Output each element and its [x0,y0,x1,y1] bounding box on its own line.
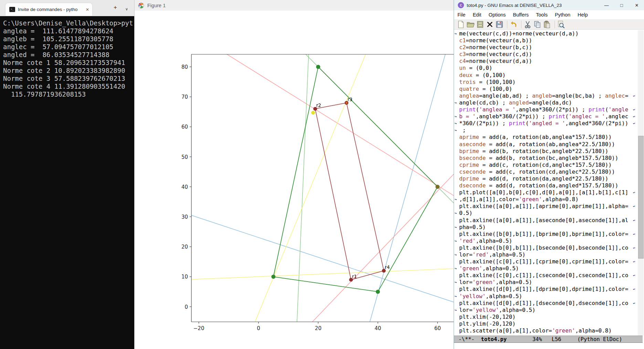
svg-text:0: 0 [257,325,260,331]
emacs-toolbar [454,19,644,30]
wrap-indicator-icon: ↩ [633,204,635,209]
desktop: >_ Invite de commandes - pytho ✕ + ∨ C:\… [0,0,644,349]
cmd-icon: >_ [9,7,15,12]
menu-help[interactable]: Help [578,12,588,18]
code-line: bprime = add(b, rotation(bc,angleb*22.5/… [454,148,636,155]
cut-icon[interactable] [524,20,532,29]
terminal-tab[interactable]: >_ Invite de commandes - pytho ✕ [6,3,92,16]
emacs-scrollbar[interactable] [638,30,644,336]
code-line: plt.plot([a[0],b[0],c[0],d[0],a[0]],[a[1… [454,189,636,196]
svg-text:20: 20 [181,244,188,250]
emacs-titlebar[interactable]: ε toto4.py - GNU Emacs at DENISE_VELLA_2… [454,0,644,10]
kill-buffer-icon[interactable] [486,20,494,29]
paste-icon[interactable] [543,20,551,29]
code-line: plt.axline([c[0],c[1]],[cseconde[0],csec… [454,272,636,279]
code-line: plt.scatter(a[0],a[1],color='green',alph… [454,327,636,334]
code-line: plt.ylim(-20,120) [454,320,636,327]
terminal-tab-bar: >_ Invite de commandes - pytho ✕ + ∨ [0,0,134,16]
new-file-icon[interactable] [457,20,465,29]
svg-text:0: 0 [184,304,188,310]
emacs-menubar: FileEditOptionsBuffersToolsPythonHelp [454,10,644,19]
svg-text:60: 60 [181,124,188,130]
wrap-indicator-icon: ↩ [633,190,635,195]
maximize-button[interactable]: □ [614,3,629,8]
emacs-icon: ε [458,2,464,8]
wrap-indicator-icon: ↩ [633,114,635,119]
wrap-continuation-icon: ↩ [455,266,457,271]
terminal-window: >_ Invite de commandes - pytho ✕ + ∨ C:\… [0,0,134,349]
code-line: ↩'red',alpha=0.5) [454,238,636,244]
close-button[interactable]: ✕ [629,3,644,8]
menu-edit[interactable]: Edit [473,12,481,18]
terminal-output[interactable]: C:\Users\Denise_Vella\Desktop>pyt anglea… [3,19,134,349]
wrap-continuation-icon: ↩ [455,308,457,313]
search-icon[interactable] [557,20,565,29]
wrap-continuation-icon: ↩ [455,114,457,119]
code-line: dprime = add(d, rotation(da,angled*22.5/… [454,175,636,182]
code-line: bseconde = add(b, rotation(bc,angleb*157… [454,155,636,162]
wrap-continuation-icon: ↩ [455,100,457,105]
svg-text:40: 40 [374,325,381,331]
plot-canvas[interactable]: r1r2r3r401020304050607080−200204060 [135,11,454,349]
emacs-minibuffer[interactable] [454,343,644,349]
undo-icon[interactable] [509,20,518,29]
emacs-buffer[interactable]: ↩me(vecteur(c,d))+norme(vecteur(d,a))c1=… [454,30,636,336]
scrollbar-thumb[interactable] [638,136,644,259]
code-line: ↩ ; [454,127,636,134]
svg-text:r1: r1 [352,274,357,279]
code-line: ↩lor='red',alpha=0.5) [454,251,636,258]
svg-text:80: 80 [181,64,188,70]
code-line: deux = (0,100) [454,72,636,79]
svg-text:50: 50 [181,154,188,160]
plot: r1r2r3r401020304050607080−200204060 [135,0,454,349]
save-icon[interactable] [495,20,504,29]
code-line: plt.axline([b[0],b[1]],[bseconde[0],bsec… [454,244,636,251]
code-line: trois = (100,100) [454,79,636,86]
emacs-modeline: -\**- toto4.py 34% L56 (Python ElDoc) [454,336,643,343]
emacs-title: toto4.py - GNU Emacs at DENISE_VELLA_23 [467,3,599,8]
wrap-indicator-icon: ↩ [633,218,635,223]
code-line: plt.xlim(-20,120) [454,314,636,320]
svg-text:10: 10 [181,274,188,280]
code-line: plt.axline([d[0],d[1]],[dseconde[0],dsec… [454,300,636,307]
tab-close-icon[interactable]: ✕ [86,7,89,12]
minimize-button[interactable]: — [599,3,614,8]
code-line: c4=norme(vecteur(d,a)) [454,58,636,65]
menu-python[interactable]: Python [555,12,570,18]
toolbar-separator [507,21,507,28]
wrap-continuation-icon: ↩ [455,252,457,257]
code-line: plt.axline([c[0],c[1]],[cprime[0],cprime… [454,258,636,265]
wrap-continuation-icon: ↩ [455,128,457,133]
code-line: ↩b = ',angleb*360/(2*pi)) ; print('angle… [454,113,636,120]
wrap-continuation-icon: ↩ [455,31,457,36]
menu-options[interactable]: Options [488,12,506,18]
svg-text:40: 40 [181,184,188,190]
code-line: c2=norme(vecteur(b,c)) [454,44,636,51]
svg-text:70: 70 [181,94,188,100]
wrap-indicator-icon: ↩ [633,246,635,250]
code-line: ↩0.5) [454,210,636,217]
code-line: ↩'green',alpha=0.5) [454,265,636,272]
copy-icon[interactable] [533,20,541,29]
code-line: ↩lor='yellow',alpha=0.5) [454,307,636,314]
svg-text:−20: −20 [193,325,204,331]
svg-text:30: 30 [181,214,188,220]
menu-buffers[interactable]: Buffers [513,12,529,18]
toolbar-separator [555,21,555,28]
new-tab-button[interactable]: + [114,4,117,11]
open-folder-icon[interactable] [466,20,475,29]
emacs-window: ε toto4.py - GNU Emacs at DENISE_VELLA_2… [454,0,644,349]
svg-text:r2: r2 [316,102,321,108]
wrap-indicator-icon: ↩ [633,301,635,306]
tab-dropdown-icon[interactable]: ∨ [125,6,128,12]
terminal-tab-title: Invite de commandes - pytho [18,7,84,12]
wrap-indicator-icon: ↩ [633,232,635,237]
code-line: plt.axline([b[0],b[1]],[bprime[0],bprime… [454,231,636,238]
code-line: plt.axline([a[0],a[1]],[aprime[0],aprime… [454,203,636,210]
toolbar-separator [521,21,521,28]
menu-tools[interactable]: Tools [536,12,548,18]
svg-text:20: 20 [315,325,321,331]
dired-icon[interactable] [476,20,484,29]
menu-file[interactable]: File [457,12,465,18]
code-line: dseconde = add(d, rotation(da,angled*157… [454,182,636,189]
